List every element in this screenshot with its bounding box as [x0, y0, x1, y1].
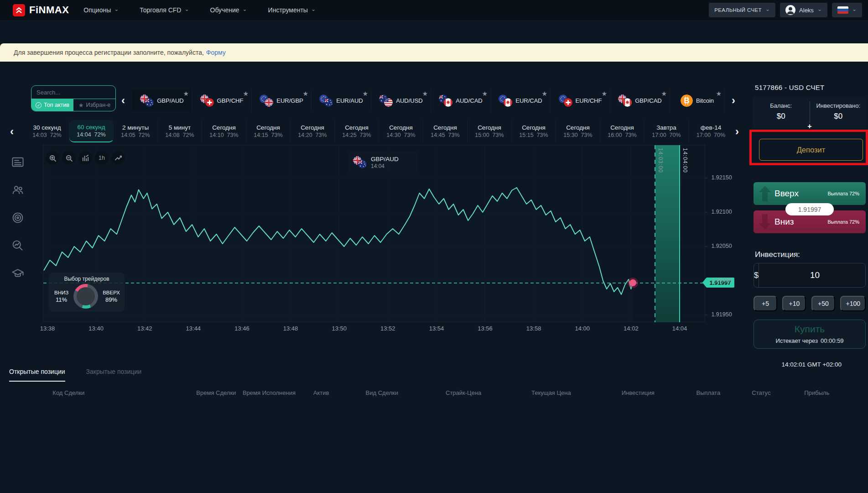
invested-value: $0 [810, 112, 867, 121]
timeframe-5[interactable]: Сегодня14:10 73% [202, 120, 246, 142]
language-button[interactable]: ⌄ [832, 3, 862, 17]
increment-chip-plus100[interactable]: +100 [840, 296, 866, 311]
asset-filter-toggle: ✓ Топ актив ★ Избран-е [31, 99, 115, 111]
menu-item-4[interactable]: Инструменты⌄ [268, 6, 316, 14]
asset-tab-eur-aud[interactable]: EUR/AUD★ [312, 89, 371, 112]
price-chart [0, 0, 868, 493]
menu-item-3[interactable]: Обучение⌄ [210, 6, 247, 14]
timeframe-14[interactable]: Сегодня16:00 73% [600, 120, 645, 142]
menu-item-1[interactable]: Опционы⌄ [83, 6, 119, 14]
x-axis-tick: 13:54 [429, 325, 444, 332]
investment-input[interactable] [759, 263, 868, 287]
finmax-logo[interactable]: FiNMAX [13, 4, 69, 16]
x-axis-tick: 13:38 [40, 325, 55, 332]
check-icon: ✓ [36, 102, 42, 108]
asset-tab-gbp-chf[interactable]: GBP/CHF★ [192, 89, 252, 112]
timeframes-scroll-left-icon[interactable]: ‹ [10, 125, 14, 138]
flag-gb-icon [265, 98, 273, 107]
increment-chip-plus50[interactable]: +50 [811, 296, 835, 311]
timeframe-13[interactable]: Сегодня15:30 73% [556, 120, 600, 142]
flag-ca-icon [504, 98, 512, 107]
target-icon[interactable] [11, 211, 25, 225]
zoom-in-icon[interactable] [46, 151, 59, 165]
arrow-up-icon [755, 184, 774, 205]
x-axis-tick: 14:02 [624, 325, 639, 332]
call-up-button[interactable]: Вверх Выплата 72% [754, 182, 866, 205]
asset-search-block: ✓ Топ актив ★ Избран-е [31, 85, 116, 111]
timeframe-11[interactable]: Сегодня15:00 73% [468, 120, 512, 142]
search-input[interactable] [36, 89, 116, 96]
column-header-7: Текущая Цена [531, 389, 571, 396]
favorite-star-icon[interactable]: ★ [482, 90, 488, 97]
zoom-out-icon[interactable] [62, 151, 76, 165]
form-link[interactable]: Форму [206, 49, 226, 56]
asset-tab-eur-cad[interactable]: EUR/CAD★ [491, 89, 551, 112]
x-axis-tick: 13:52 [380, 325, 395, 332]
chevron-down-icon: ⌄ [243, 8, 247, 10]
favorite-star-icon[interactable]: ★ [362, 90, 368, 97]
asset-tab-ripple[interactable]: Ripple★ [725, 89, 730, 112]
purchase-deadline-label: 14:03:00 [657, 148, 664, 173]
timeframe-8[interactable]: Сегодня14:25 73% [335, 120, 379, 142]
asset-tab-bitcoin[interactable]: BBitcoin★ [670, 89, 725, 112]
flag-au-icon [358, 160, 367, 168]
navbar: FiNMAX Опционы⌄Торговля CFD⌄Обучение⌄Инс… [0, 0, 868, 20]
asset-tab-gbp-aud[interactable]: GBP/AUD★ [132, 89, 192, 112]
favorite-star-icon[interactable]: ★ [183, 90, 189, 97]
timeframe-6[interactable]: Сегодня14:15 73% [246, 120, 291, 142]
market-analysis-icon[interactable] [11, 239, 25, 252]
deposit-button[interactable]: Депозит [759, 139, 863, 161]
timeframe-15[interactable]: Завтра17:00 70% [645, 120, 689, 142]
user-menu-button[interactable]: Aleks ⌄ [780, 3, 827, 17]
column-header-10: Статус [752, 389, 770, 396]
chart-type-icon[interactable] [78, 151, 92, 165]
assets-scroll-right-icon[interactable]: › [732, 94, 735, 107]
star-icon: ★ [78, 102, 84, 109]
timeframe-2[interactable]: 60 секунд14:04 72% [69, 120, 114, 142]
top-assets-toggle[interactable]: ✓ Топ актив [31, 99, 73, 111]
timeframe-1[interactable]: 30 секунд14:03 72% [25, 120, 69, 142]
timeframe-9[interactable]: Сегодня14:30 73% [379, 120, 423, 142]
favorite-star-icon[interactable]: ★ [243, 90, 249, 97]
timeframe-1h-button[interactable]: 1h [95, 151, 109, 165]
timeframe-12[interactable]: Сегодня15:15 73% [512, 120, 556, 142]
column-header-8: Инвестиция [622, 389, 655, 396]
asset-tab-aud-usd[interactable]: AUD/USD★ [371, 89, 431, 112]
symbol-expiry: 14:04 [371, 163, 399, 169]
account-title: 5177866 - USD СЧЕТ [755, 84, 824, 91]
buy-button[interactable]: Купить Истекает через00:00:59 [754, 320, 866, 349]
assets-scroll-left-icon[interactable]: ‹ [121, 94, 125, 107]
timeframe-7[interactable]: Сегодня14:20 73% [291, 120, 335, 142]
increment-chip-plus5[interactable]: +5 [754, 296, 777, 311]
tab-closed-positions[interactable]: Закрытые позиции [86, 368, 141, 382]
traders-icon[interactable] [11, 183, 25, 197]
trend-icon[interactable] [111, 151, 125, 165]
timeframes-scroll-right-icon[interactable]: › [735, 125, 739, 138]
increment-chip-plus10[interactable]: +10 [782, 296, 806, 311]
asset-tab-eur-gbp[interactable]: EUR/GBP★ [252, 89, 312, 112]
favorite-star-icon[interactable]: ★ [716, 90, 722, 97]
asset-tab-eur-chf[interactable]: EUR/CHF★ [551, 89, 610, 112]
timeframe-10[interactable]: Сегодня14:45 73% [423, 120, 468, 142]
tab-open-positions[interactable]: Открытые позиции [9, 368, 65, 382]
timeframe-4[interactable]: 5 минут14:08 72% [158, 120, 202, 142]
column-header-4: Актив [313, 389, 329, 396]
favorite-star-icon[interactable]: ★ [541, 90, 547, 97]
favorites-toggle[interactable]: ★ Избран-е [73, 99, 115, 111]
favorite-star-icon[interactable]: ★ [422, 90, 428, 97]
timeframe-16[interactable]: фев-1417:00 70% [689, 120, 733, 142]
favorite-star-icon[interactable]: ★ [661, 90, 667, 97]
menu-item-2[interactable]: Торговля CFD⌄ [140, 6, 189, 14]
chevron-down-icon: ⌄ [114, 8, 119, 10]
timeframe-3[interactable]: 2 минуты14:05 72% [114, 120, 158, 142]
y-axis-tick: 1.92000 [708, 277, 735, 283]
favorite-star-icon[interactable]: ★ [302, 90, 308, 97]
account-type-button[interactable]: РЕАЛЬНЫЙ СЧЕТ ⌄ [709, 3, 775, 17]
favorite-star-icon[interactable]: ★ [601, 90, 607, 97]
asset-tab-gbp-cad[interactable]: GBP/CAD★ [610, 89, 670, 112]
asset-tab-aud-cad[interactable]: AUD/CAD★ [431, 89, 491, 112]
traders-choice-up: ВВЕРХ 89% [103, 290, 120, 303]
education-icon[interactable] [11, 267, 25, 280]
portfolio-icon[interactable] [11, 155, 25, 169]
positions-table-header: Код СделкиВремя СделкиВремя ИсполненияАк… [0, 389, 868, 399]
